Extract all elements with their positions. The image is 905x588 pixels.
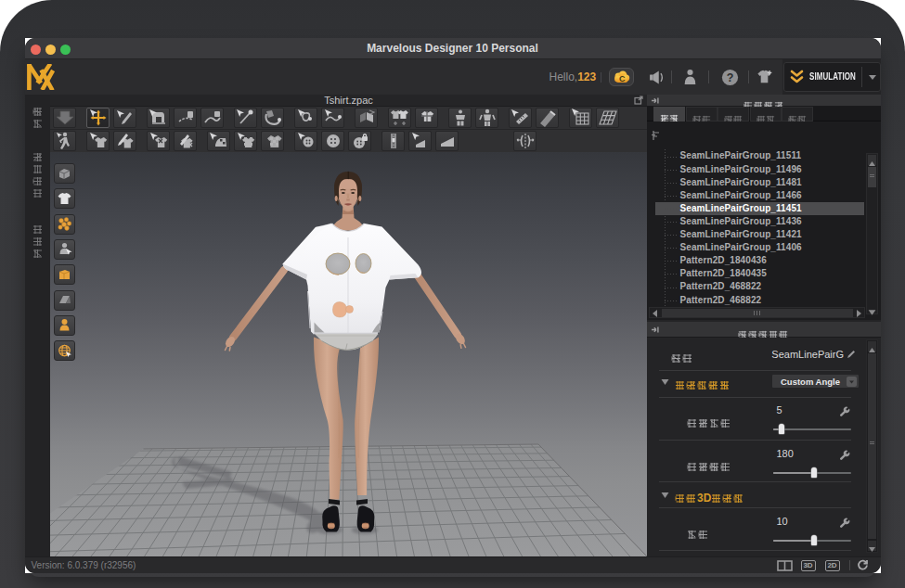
svg-text:C: C: [618, 74, 625, 83]
svg-text:?: ?: [726, 71, 733, 84]
